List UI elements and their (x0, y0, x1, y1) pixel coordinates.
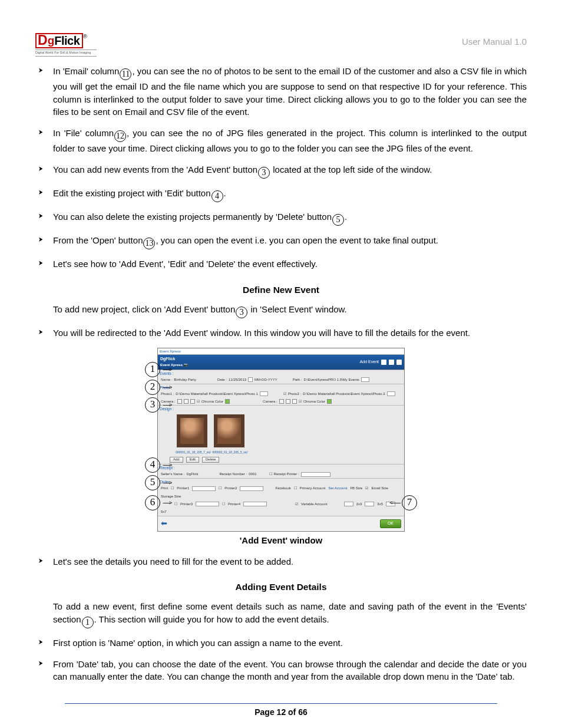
text: You can add new events from the 'Add Eve… (53, 164, 257, 174)
text: , you can open the event i.e. you can op… (156, 235, 438, 245)
callout-3-icon: 3 (236, 307, 247, 318)
text: From 'Date' tab, you can choose the date… (53, 659, 527, 682)
date-format: MM-DD-YYYY (254, 377, 277, 383)
label-photo2: Photo2 : (288, 391, 301, 397)
label-receipt-number: Receipt Number : (220, 472, 247, 477)
section-order: Order : (158, 479, 404, 485)
text: In 'File' column (53, 128, 114, 138)
text: located at the top left side of the wind… (270, 164, 432, 174)
chroma-swatch-icon[interactable] (327, 399, 332, 404)
add-event-link[interactable]: Add Event (360, 359, 379, 365)
arrow-right-icon: -------- (163, 384, 171, 391)
design-thumbnail[interactable] (177, 414, 207, 447)
set-account-link[interactable]: Set Account (328, 486, 347, 491)
section-design: Design : (158, 406, 404, 411)
user-manual-label: User Manual 1.0 (462, 35, 527, 48)
logo-d: D (38, 31, 47, 50)
bullet-add-event: You can add new events from the 'Add Eve… (35, 163, 527, 179)
bullet-file-column: In 'File' column12, you can see the no o… (35, 127, 527, 155)
text: You can also delete the existing project… (53, 212, 332, 222)
text: . This section will guide you for how to… (94, 614, 329, 624)
text: From the 'Open' button (53, 235, 143, 245)
section-events: Events : (158, 370, 404, 376)
text: You will be redirected to the 'Add Event… (53, 328, 470, 338)
heading-define-new-event: Define New Event (35, 284, 527, 297)
text: in 'Select Event' window. (248, 304, 346, 314)
value-date: 11/25/2013 (229, 377, 246, 383)
back-arrow-icon[interactable]: ⬅ (161, 518, 167, 529)
callout-5-icon: 5 (332, 214, 344, 226)
bullet-details-needed: Let's see the details you need to fill f… (35, 555, 527, 568)
figure-add-event-window: 1-------- 2-------- 3-------- 4-------- … (35, 348, 527, 547)
arrow-right-icon: -------- (163, 366, 171, 374)
bullet-lets-see: Let's see how to 'Add Event', 'Edit' and… (35, 258, 527, 271)
value-name: Birthday Party (174, 377, 196, 383)
size-3x5: 3x5 (377, 502, 383, 507)
settings-icon[interactable] (389, 360, 394, 365)
screenshot-add-event: Event Xpress DgFlickEvent Xpress 📷 Add E… (157, 348, 405, 532)
edit-button[interactable]: Edit (186, 457, 199, 463)
label-path: Path : (293, 377, 302, 383)
app-toolbar: DgFlickEvent Xpress 📷 Add Event (158, 355, 404, 369)
value-path: D:\EventXpressPRO 1.0\My Events (303, 377, 359, 383)
page-of: of (286, 707, 298, 717)
value-photo2: D:\Demo Material\all Products\Event Xpre… (303, 391, 385, 397)
logo-registered: ® (83, 34, 87, 39)
callout-11-icon: 11 (120, 68, 131, 80)
value-seller: DgFlick (187, 472, 199, 477)
printer1: Printer1 (177, 486, 189, 491)
brand: DgFlick (160, 357, 175, 361)
bullet-name-option: First option is 'Name' option, in which … (35, 637, 527, 650)
label-receipt-printer: Receipt Printer : (274, 472, 299, 477)
printer2: Printer2 (224, 486, 237, 491)
text: . (224, 188, 226, 198)
label-facebook: Facebook (275, 486, 290, 491)
label-chroma2: Chroma Color (303, 399, 325, 404)
primary-account: Primary Account (300, 486, 326, 491)
fb-size: FB Size (350, 486, 362, 491)
page-label: Page (254, 707, 276, 717)
text: Let's see how to 'Add Event', 'Edit' and… (53, 259, 318, 269)
bullet-edit: Edit the existing project with 'Edit' bu… (35, 187, 527, 202)
bullet-open: From the 'Open' button13, you can open t… (35, 234, 527, 249)
text: . (345, 212, 347, 222)
arrow-right-icon: -------- (163, 462, 171, 469)
help-icon[interactable] (396, 360, 402, 365)
callout-1-icon: 1 (145, 362, 160, 377)
label-chroma1: Chroma Color (201, 399, 223, 404)
footer-rule (65, 703, 497, 704)
ok-button[interactable]: OK (380, 519, 401, 528)
bullet-delete: You can also delete the existing project… (35, 210, 527, 226)
window-titlebar: Event Xpress (158, 348, 404, 355)
text: In 'Email' column (53, 66, 119, 76)
logo: DgFlick ® Digital World For Still & Moti… (35, 33, 97, 57)
arrow-right-icon: -------- (163, 499, 171, 507)
add-button[interactable]: Add (170, 457, 183, 463)
text: Edit the existing project with 'Edit' bu… (53, 188, 211, 198)
email-size: Email Size (371, 486, 388, 491)
callout-7-icon: 7 (402, 495, 417, 510)
value-receipt-number: 0001 (249, 472, 256, 477)
printer4: Printer4 (228, 502, 240, 507)
thumb-caption: 000001_01_18_225_7_std (176, 450, 211, 454)
page-number: Page 12 of 66 (35, 706, 527, 718)
callout-12-icon: 12 (114, 130, 126, 142)
callout-4-icon: 4 (211, 190, 223, 202)
heading-adding-event-details: Adding Event Details (35, 581, 527, 594)
arrow-right-icon: -------- (163, 401, 171, 409)
delete-button[interactable]: Delete (202, 457, 219, 463)
home-icon[interactable] (381, 360, 386, 365)
section-receipt: Receipt : (158, 465, 404, 470)
arrow-left-icon: ---------- (389, 499, 399, 507)
section-photo: Photo : (158, 384, 404, 390)
callout-4-icon: 4 (145, 457, 160, 473)
design-thumbnail[interactable] (214, 414, 244, 447)
printer3: Printer3 (180, 502, 193, 507)
text: To add new project, click on 'Add Event'… (53, 304, 235, 314)
chroma-swatch-icon[interactable] (225, 399, 230, 404)
page-total: 66 (298, 707, 308, 717)
label-date: Date : (217, 377, 227, 383)
size-2x3: 2x3 (356, 502, 362, 507)
figure-caption: 'Add Event' window (35, 534, 527, 547)
bullet-date-tab: From 'Date' tab, you can choose the date… (35, 658, 527, 684)
